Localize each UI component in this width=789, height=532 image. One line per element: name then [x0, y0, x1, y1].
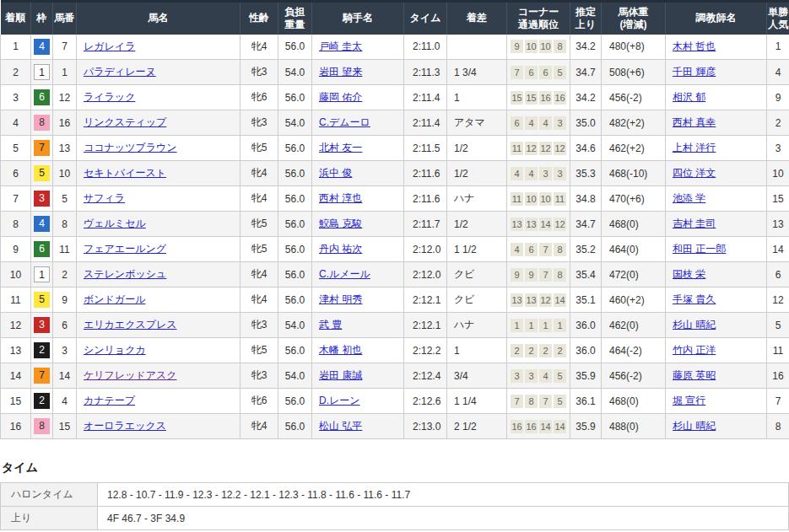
corner-order-cell: 2222 [507, 338, 570, 363]
horse-name-link[interactable]: サフィラ [84, 192, 125, 204]
horse-name-link[interactable]: ヴェルミセル [84, 218, 146, 229]
trainer-link[interactable]: 手塚 貴久 [673, 293, 716, 305]
jockey-link[interactable]: C.デムーロ [319, 116, 370, 128]
frame-badge: 2 [34, 342, 50, 358]
jockey-link[interactable]: 鮫島 克駿 [319, 218, 362, 229]
finish-position: 12 [1, 313, 31, 338]
jockey-link[interactable]: D.レーン [319, 395, 360, 406]
frame-badge: 6 [34, 241, 50, 257]
finish-time: 2:11.0 [404, 35, 447, 60]
jockey-link[interactable]: 藤岡 佑介 [319, 91, 362, 103]
sex-age: 牝5 [240, 136, 278, 161]
jockey-link[interactable]: 岩田 望来 [319, 66, 362, 78]
frame-badge: 8 [34, 418, 50, 434]
sex-age: 牝6 [240, 389, 278, 414]
trainer-link[interactable]: 上村 洋行 [673, 142, 716, 153]
jockey-link[interactable]: 北村 友一 [319, 142, 362, 153]
furlong-time-value: 12.8 - 10.7 - 11.9 - 12.3 - 12.2 - 12.1 … [98, 483, 789, 507]
jockey-link[interactable]: C.ルメール [319, 268, 370, 280]
margin: 1 [447, 338, 507, 363]
horse-body-weight: 470(+6) [602, 186, 666, 212]
corner-order-1: 6 [511, 116, 523, 130]
trainer-link[interactable]: 吉村 圭司 [673, 218, 716, 229]
trainer-link[interactable]: 相沢 郁 [673, 91, 705, 103]
trainer-cell: 相沢 郁 [666, 85, 767, 110]
corner-order-4: 8 [554, 268, 566, 282]
horse-name-link[interactable]: パラディレーヌ [84, 66, 156, 78]
horse-name-link[interactable]: リンクスティップ [84, 116, 166, 128]
carried-weight: 56.0 [278, 287, 312, 313]
horse-body-weight: 462(+2) [602, 136, 666, 161]
corner-order-1: 9 [511, 40, 523, 53]
horse-body-weight: 488(0) [602, 414, 666, 439]
table-row: 16 8 15 オーロラエックス 牝4 56.0 松山 弘平 2:13.0 2 … [1, 414, 789, 439]
trainer-link[interactable]: 四位 洋文 [673, 167, 716, 179]
horse-number: 5 [53, 186, 77, 212]
horse-name-link[interactable]: フェアエールング [84, 243, 166, 255]
trainer-link[interactable]: 杉山 晴紀 [673, 420, 716, 432]
sex-age: 牝4 [240, 287, 278, 313]
trainer-link[interactable]: 和田 正一郎 [673, 243, 726, 255]
corner-order-4: 5 [554, 66, 566, 79]
trainer-cell: 四位 洋文 [666, 161, 767, 186]
trainer-link[interactable]: 千田 輝彦 [673, 66, 716, 78]
horse-name-link[interactable]: オーロラエックス [84, 420, 166, 432]
horse-number: 15 [53, 414, 77, 439]
horse-name-link[interactable]: ステレンボッシュ [84, 268, 166, 280]
trainer-link[interactable]: 杉山 晴紀 [673, 319, 716, 330]
trainer-link[interactable]: 国枝 栄 [673, 268, 705, 280]
corner-order-cell: 9978 [507, 262, 570, 287]
jockey-link[interactable]: 松山 弘平 [319, 420, 362, 432]
margin: ハナ [447, 186, 507, 212]
corner-order-1: 13 [511, 293, 523, 307]
win-popularity: 1 [767, 35, 789, 60]
jockey-link[interactable]: 津村 明秀 [319, 293, 362, 305]
horse-name-link[interactable]: ココナッツブラウン [84, 142, 177, 153]
horse-name-link[interactable]: セキトバイースト [84, 167, 166, 179]
horse-number: 8 [53, 212, 77, 237]
horse-name-link[interactable]: ケリフレッドアスク [84, 369, 177, 381]
frame-cell: 7 [31, 363, 53, 389]
trainer-link[interactable]: 藤原 英昭 [673, 369, 716, 381]
margin: クビ [447, 262, 507, 287]
trainer-cell: 杉山 晴紀 [666, 414, 767, 439]
jockey-link[interactable]: 武 豊 [319, 319, 342, 330]
jockey-link[interactable]: 木幡 初也 [319, 344, 362, 356]
horse-name-link[interactable]: レガレイラ [84, 40, 135, 52]
win-popularity: 15 [767, 186, 789, 212]
horse-name-link[interactable]: シンリョクカ [84, 344, 146, 356]
corner-order-2: 4 [525, 167, 538, 180]
col-header-trainer: 調教師名 [666, 2, 767, 35]
corner-order-cell: 910108 [507, 35, 570, 60]
horse-number: 1 [53, 60, 77, 85]
last-3f: 35.3 [570, 161, 602, 186]
jockey-link[interactable]: 浜中 俊 [319, 167, 352, 179]
trainer-link[interactable]: 池添 学 [673, 192, 705, 204]
jockey-link[interactable]: 岩田 康誠 [319, 369, 362, 381]
jockey-link[interactable]: 西村 淳也 [319, 192, 362, 204]
trainer-link[interactable]: 竹内 正洋 [673, 344, 716, 356]
last-3f: 36.1 [570, 389, 602, 414]
jockey-link[interactable]: 丹内 祐次 [319, 243, 362, 255]
frame-cell: 5 [31, 287, 53, 313]
frame-badge: 5 [34, 292, 50, 308]
horse-name-link[interactable]: ボンドガール [84, 293, 145, 305]
corner-order-cell: 7875 [507, 389, 570, 414]
win-popularity: 10 [767, 161, 789, 186]
last-furlongs-label: 上り [1, 507, 98, 530]
horse-name-link[interactable]: ライラック [84, 91, 135, 103]
trainer-link[interactable]: 西村 真幸 [673, 116, 716, 128]
win-popularity: 16 [767, 363, 789, 389]
frame-badge: 6 [34, 89, 50, 105]
table-row: 8 4 8 ヴェルミセル 牝5 56.0 鮫島 克駿 2:11.7 1/2 13… [1, 212, 789, 237]
horse-name-cell: ケリフレッドアスク [77, 363, 240, 389]
corner-order-2: 9 [525, 268, 538, 282]
trainer-link[interactable]: 堀 宣行 [673, 395, 705, 406]
last-furlongs-row: 上り 4F 46.7 - 3F 34.9 [1, 507, 789, 530]
frame-badge: 3 [34, 317, 50, 333]
horse-name-link[interactable]: エリカエクスプレス [84, 319, 177, 330]
jockey-link[interactable]: 戸崎 圭太 [319, 40, 362, 52]
trainer-link[interactable]: 木村 哲也 [673, 40, 716, 52]
horse-body-weight: 468(-10) [602, 161, 666, 186]
horse-name-link[interactable]: カナテープ [84, 395, 135, 406]
